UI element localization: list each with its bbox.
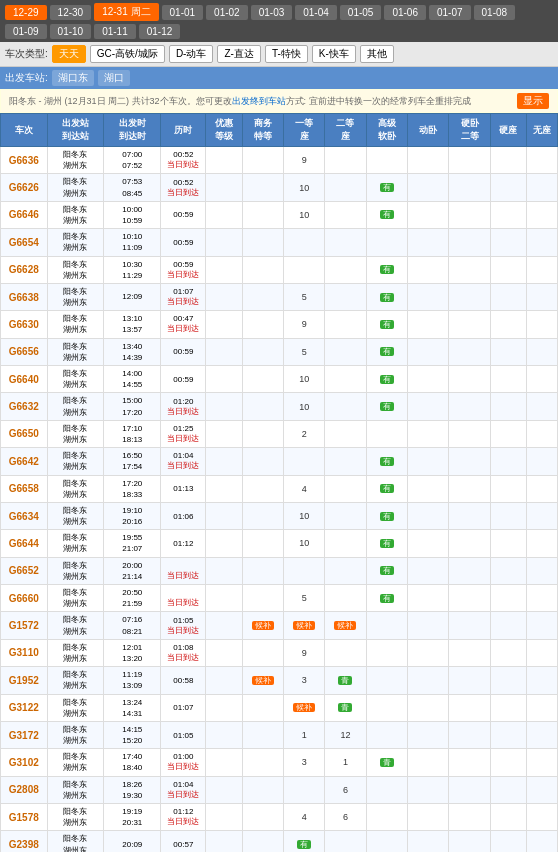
train-hs[interactable] [490, 557, 526, 584]
train-hrsw[interactable]: 有 [366, 311, 407, 338]
train-hw[interactable] [449, 229, 490, 256]
train-hs[interactable] [490, 749, 526, 776]
train-hs[interactable] [490, 612, 526, 639]
train-number[interactable]: G6646 [1, 201, 48, 228]
train-dw[interactable] [408, 256, 449, 283]
train-biz[interactable] [242, 174, 283, 201]
train-biz[interactable] [242, 338, 283, 365]
train-biz[interactable] [242, 475, 283, 502]
train-hs[interactable] [490, 502, 526, 529]
train-number[interactable]: G6650 [1, 420, 48, 447]
train-number[interactable]: G6654 [1, 229, 48, 256]
train-second[interactable] [325, 338, 366, 365]
train-second[interactable] [325, 366, 366, 393]
train-dw[interactable] [408, 283, 449, 310]
train-hs[interactable] [490, 585, 526, 612]
train-number[interactable]: G1952 [1, 667, 48, 694]
train-hs[interactable] [490, 174, 526, 201]
train-biz[interactable] [242, 283, 283, 310]
train-hrsw[interactable]: 有 [366, 256, 407, 283]
train-hrsw[interactable]: 有 [366, 502, 407, 529]
train-biz[interactable] [242, 366, 283, 393]
train-dw[interactable] [408, 639, 449, 666]
tab-0109[interactable]: 01-09 [5, 24, 47, 39]
train-dw[interactable] [408, 174, 449, 201]
train-hs[interactable] [490, 420, 526, 447]
train-biz[interactable] [242, 749, 283, 776]
train-first[interactable] [283, 229, 324, 256]
train-second[interactable] [325, 229, 366, 256]
train-hrsw[interactable]: 有 [366, 475, 407, 502]
train-biz[interactable] [242, 776, 283, 803]
train-biz[interactable]: 候补 [242, 612, 283, 639]
train-second[interactable]: 6 [325, 776, 366, 803]
train-second[interactable] [325, 557, 366, 584]
train-hrsw[interactable]: 有 [366, 283, 407, 310]
train-ws[interactable] [526, 776, 557, 803]
train-hs[interactable] [490, 201, 526, 228]
train-number[interactable]: G6636 [1, 147, 48, 174]
train-dw[interactable] [408, 475, 449, 502]
train-hrsw[interactable] [366, 721, 407, 748]
train-ws[interactable] [526, 393, 557, 420]
train-first[interactable]: 有 [283, 831, 324, 852]
train-hs[interactable] [490, 721, 526, 748]
train-number[interactable]: G3110 [1, 639, 48, 666]
train-ws[interactable] [526, 530, 557, 557]
train-hw[interactable] [449, 283, 490, 310]
train-hw[interactable] [449, 721, 490, 748]
train-dw[interactable] [408, 229, 449, 256]
filter-gc[interactable]: GC-高铁/城际 [90, 45, 165, 63]
tab-0112[interactable]: 01-12 [139, 24, 181, 39]
train-biz[interactable] [242, 721, 283, 748]
train-number[interactable]: G6652 [1, 557, 48, 584]
train-number[interactable]: G1572 [1, 612, 48, 639]
train-ws[interactable] [526, 147, 557, 174]
train-first[interactable]: 9 [283, 311, 324, 338]
train-hw[interactable] [449, 256, 490, 283]
train-hw[interactable] [449, 557, 490, 584]
tab-0106[interactable]: 01-06 [384, 5, 426, 20]
train-number[interactable]: G3122 [1, 694, 48, 721]
train-first[interactable] [283, 256, 324, 283]
train-hw[interactable] [449, 366, 490, 393]
train-first[interactable]: 9 [283, 147, 324, 174]
filter-d[interactable]: D-动车 [169, 45, 214, 63]
train-second[interactable] [325, 831, 366, 852]
train-hw[interactable] [449, 311, 490, 338]
train-hs[interactable] [490, 776, 526, 803]
train-first[interactable]: 10 [283, 174, 324, 201]
train-number[interactable]: G6658 [1, 475, 48, 502]
train-ws[interactable] [526, 502, 557, 529]
train-number[interactable]: G6644 [1, 530, 48, 557]
tab-0105[interactable]: 01-05 [340, 5, 382, 20]
train-hrsw[interactable]: 有 [366, 393, 407, 420]
train-dw[interactable] [408, 420, 449, 447]
train-hw[interactable] [449, 420, 490, 447]
train-number[interactable]: G6660 [1, 585, 48, 612]
train-dw[interactable] [408, 201, 449, 228]
train-ws[interactable] [526, 475, 557, 502]
train-hs[interactable] [490, 366, 526, 393]
filter-z[interactable]: Z-直达 [217, 45, 260, 63]
train-biz[interactable] [242, 420, 283, 447]
train-dw[interactable] [408, 694, 449, 721]
train-hrsw[interactable] [366, 667, 407, 694]
train-hrsw[interactable] [366, 804, 407, 831]
train-hrsw[interactable]: 有 [366, 338, 407, 365]
train-dw[interactable] [408, 338, 449, 365]
train-number[interactable]: G3172 [1, 721, 48, 748]
train-hrsw[interactable]: 有 [366, 557, 407, 584]
train-first[interactable]: 4 [283, 804, 324, 831]
train-dw[interactable] [408, 147, 449, 174]
train-number[interactable]: G1578 [1, 804, 48, 831]
train-biz[interactable] [242, 201, 283, 228]
train-biz[interactable] [242, 502, 283, 529]
train-first[interactable]: 10 [283, 366, 324, 393]
train-hrsw[interactable]: 青 [366, 749, 407, 776]
train-ws[interactable] [526, 420, 557, 447]
train-first[interactable]: 10 [283, 201, 324, 228]
train-hs[interactable] [490, 338, 526, 365]
train-ws[interactable] [526, 283, 557, 310]
train-hw[interactable] [449, 749, 490, 776]
